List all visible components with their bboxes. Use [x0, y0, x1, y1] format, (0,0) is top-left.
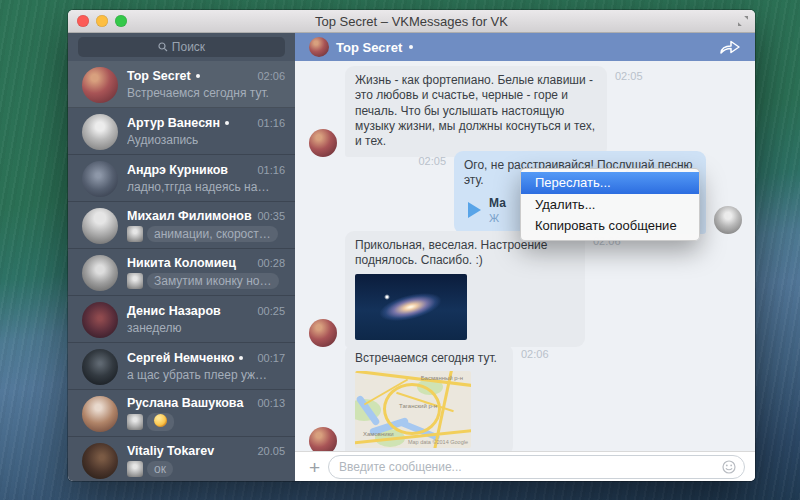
- sender-avatar: [309, 129, 337, 157]
- search-input[interactable]: Поиск: [78, 37, 285, 57]
- chat-list-item-vitaliy[interactable]: Vitaliy Tokarev20.05 ок: [68, 437, 295, 481]
- chat-list-item-top-secret[interactable]: Top Secret02:06 Встречаемся сегодня тут.: [68, 61, 295, 108]
- message-time: 02:06: [521, 348, 549, 360]
- menu-item-copy[interactable]: Копировать сообщение: [521, 215, 699, 237]
- map-label: Басманный р-н: [421, 375, 463, 382]
- sender-avatar: [309, 319, 337, 347]
- avatar: [82, 302, 118, 338]
- avatar: [82, 349, 118, 385]
- avatar: [82, 255, 118, 291]
- emoji-smiley-icon[interactable]: [722, 460, 736, 474]
- chat-list-item-ruslana[interactable]: Руслана Вашукова00:13 😘: [68, 390, 295, 437]
- online-dot: [239, 356, 243, 360]
- chat-list-item-sergey[interactable]: Сергей Немченко00:17 а щас убрать плеер …: [68, 343, 295, 390]
- message-text: Встречаемся сегодня тут.: [355, 351, 503, 366]
- chat-time: 01:16: [257, 117, 285, 129]
- online-dot: [225, 121, 229, 125]
- message-incoming-1[interactable]: Жизнь - как фортепиано. Белые клавиши - …: [309, 66, 643, 157]
- context-menu: Переслать... Удалить... Копировать сообщ…: [520, 168, 700, 241]
- chat-list-item-andre[interactable]: Андрэ Курников01:16 ладно,тггда надеясь …: [68, 155, 295, 202]
- galaxy-photo-attachment[interactable]: [355, 274, 467, 340]
- avatar: [82, 443, 118, 479]
- message-input[interactable]: [337, 459, 716, 475]
- chat-preview: анимации, скорост…: [147, 226, 278, 242]
- zoom-button[interactable]: [115, 15, 127, 27]
- avatar: [82, 67, 118, 103]
- chat-list-item-denis[interactable]: Денис Назаров00:25 занеделю: [68, 296, 295, 343]
- map-attribution: Map data ©2014 Google: [408, 439, 468, 446]
- avatar: [82, 114, 118, 150]
- chat-name: Артур Ванесян: [127, 116, 220, 130]
- chat-header: Top Secret: [295, 33, 755, 61]
- chat-preview: занеделю: [127, 321, 182, 335]
- search-area: Поиск: [68, 33, 295, 61]
- chat-preview: Аудиозапись: [127, 133, 198, 147]
- galaxy-spiral: [365, 276, 458, 338]
- reply-avatar-thumb: [127, 273, 143, 289]
- message-bubble: Жизнь - как фортепиано. Белые клавиши - …: [345, 66, 607, 157]
- bright-star: [384, 294, 390, 300]
- message-bubble: Встречаемся сегодня тут.: [345, 344, 513, 451]
- message-time: 02:05: [615, 70, 643, 82]
- chat-time: 00:17: [257, 352, 285, 364]
- search-icon: [158, 42, 168, 52]
- online-dot: [196, 74, 200, 78]
- chat-name: Top Secret: [127, 69, 191, 83]
- sender-avatar: [309, 427, 337, 451]
- window-title: Top Secret – VKMessages for VK: [68, 14, 755, 29]
- message-text: Прикольная, веселая. Настроение поднялос…: [355, 238, 575, 269]
- kiss-emoji: 😘: [154, 414, 167, 427]
- message-incoming-3[interactable]: Встречаемся сегодня тут.: [309, 344, 549, 451]
- message-history: Жизнь - как фортепиано. Белые клавиши - …: [295, 61, 755, 451]
- chat-preview: Замутим иконку но…: [147, 273, 279, 289]
- menu-item-delete[interactable]: Удалить...: [521, 194, 699, 216]
- map-attachment[interactable]: Басманный р-н Таганский р-н Хамовники Ma…: [355, 371, 471, 448]
- reply-avatar-thumb: [127, 226, 143, 242]
- chat-time: 01:16: [257, 164, 285, 176]
- sidebar: Поиск Top Secret02:06 Встречаемся сегодн…: [68, 33, 295, 481]
- chat-preview: а щас убрать плеер уж…: [127, 368, 267, 382]
- fullscreen-icon[interactable]: [738, 16, 748, 26]
- message-input-bar: +: [295, 451, 755, 481]
- attach-plus-icon[interactable]: +: [309, 458, 320, 477]
- chat-name: Руслана Вашукова: [127, 396, 243, 410]
- chat-name: Никита Коломиец: [127, 256, 236, 270]
- online-dot: [409, 45, 413, 49]
- search-placeholder: Поиск: [172, 40, 205, 54]
- chat-list-item-artur[interactable]: Артур Ванесян01:16 Аудиозапись: [68, 108, 295, 155]
- app-window: Top Secret – VKMessages for VK Поиск: [68, 10, 755, 481]
- chat-name: Vitaliy Tokarev: [127, 444, 214, 458]
- own-avatar: [714, 206, 742, 234]
- minimize-button[interactable]: [96, 15, 108, 27]
- avatar: [82, 161, 118, 197]
- chat-name: Денис Назаров: [127, 304, 221, 318]
- avatar: [82, 208, 118, 244]
- play-icon[interactable]: [468, 202, 481, 218]
- close-button[interactable]: [77, 15, 89, 27]
- map-label: Хамовники: [363, 431, 394, 438]
- traffic-lights: [77, 15, 127, 27]
- chat-preview: ладно,тггда надеясь на…: [127, 180, 269, 194]
- reply-avatar-thumb: [127, 461, 143, 477]
- chat-header-avatar: [309, 37, 329, 57]
- forward-icon[interactable]: [719, 39, 741, 55]
- chat-list: Top Secret02:06 Встречаемся сегодня тут.…: [68, 61, 295, 481]
- chat-name: Андрэ Курников: [127, 163, 228, 177]
- chat-time: 20.05: [257, 445, 285, 457]
- conversation-pane: Top Secret Жизнь - как фортепиано. Белые…: [295, 33, 755, 481]
- audio-title: Ма: [489, 196, 506, 211]
- chat-list-item-mikhail[interactable]: Михаил Филимонов00:35 анимации, скорост…: [68, 202, 295, 249]
- chat-name: Михаил Филимонов: [127, 209, 252, 223]
- menu-item-forward[interactable]: Переслать...: [521, 172, 699, 194]
- chat-list-item-nikita[interactable]: Никита Коломиец00:28 Замутим иконку но…: [68, 249, 295, 296]
- chat-name: Сергей Немченко: [127, 351, 234, 365]
- titlebar: Top Secret – VKMessages for VK: [68, 10, 755, 33]
- chat-time: 00:35: [257, 210, 285, 222]
- avatar: [82, 396, 118, 432]
- chat-time: 02:06: [257, 70, 285, 82]
- message-incoming-2[interactable]: Прикольная, веселая. Настроение поднялос…: [309, 231, 621, 347]
- chat-header-title: Top Secret: [336, 40, 402, 55]
- message-field: [328, 455, 745, 479]
- reply-avatar-thumb: [127, 414, 143, 430]
- message-bubble: Прикольная, веселая. Настроение поднялос…: [345, 231, 585, 347]
